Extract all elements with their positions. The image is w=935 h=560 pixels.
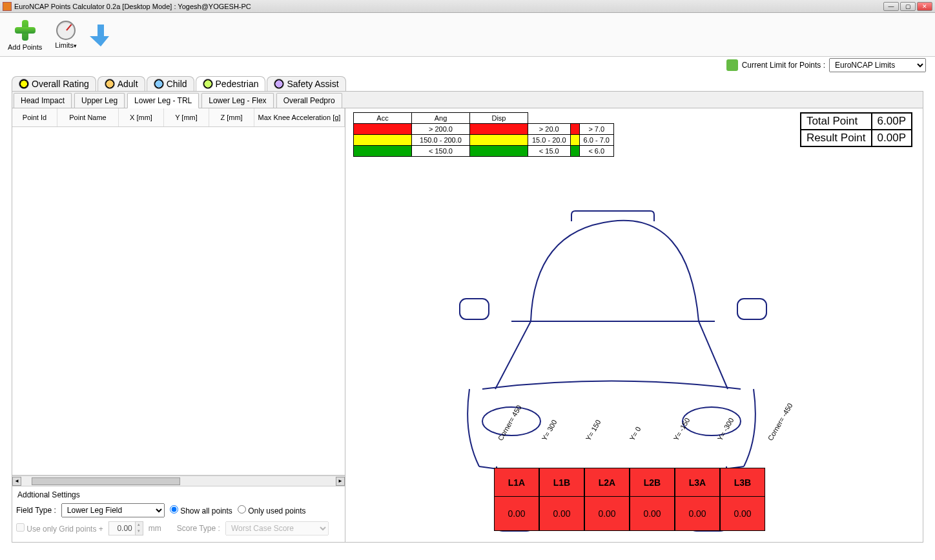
gauge-icon	[56, 21, 76, 40]
zone-label: L3B	[721, 468, 765, 497]
hscroll[interactable]: ◄ ►	[12, 475, 345, 486]
zone-label: L2B	[630, 468, 674, 497]
grid-body[interactable]	[12, 127, 345, 475]
subtab-lower-leg-trl[interactable]: Lower Leg - TRL	[127, 93, 199, 108]
settings-title: Addtional Settings	[17, 490, 341, 499]
col-z[interactable]: Z [mm]	[209, 108, 254, 126]
score-type-select[interactable]: Worst Case Score	[225, 521, 329, 535]
legend-swatch	[354, 124, 412, 135]
tab-pedestrian[interactable]: Pedestrian	[196, 76, 266, 91]
window-title: EuroNCAP Points Calculator 0.2a [Desktop…	[14, 3, 251, 10]
down-arrow-button[interactable]	[87, 21, 114, 49]
grid-points-check[interactable]: Use only Grid points +	[16, 523, 103, 534]
legend-value: > 7.0	[579, 124, 613, 135]
field-type-select[interactable]: Lower Leg Field	[61, 503, 165, 517]
show-all-radio[interactable]: Show all points	[170, 505, 232, 515]
legend-value: 150.0 - 200.0	[412, 135, 470, 146]
legend-swatch	[570, 124, 579, 135]
app-icon	[3, 2, 12, 11]
scroll-right-icon[interactable]: ►	[336, 477, 345, 486]
zone-value: 0.00	[721, 497, 765, 530]
grid-spinner[interactable]: ▴▾	[108, 521, 143, 535]
zone-label: L2A	[585, 468, 629, 497]
result-point-label: Result Point	[801, 130, 872, 146]
svg-rect-0	[460, 299, 489, 319]
total-point-label: Total Point	[801, 113, 872, 130]
tab-adult[interactable]: Adult	[98, 76, 145, 91]
zone-label: L3A	[675, 468, 719, 497]
limits-button[interactable]: Limits▾	[52, 19, 79, 50]
left-pane: Point Id Point Name X [mm] Y [mm] Z [mm]…	[12, 108, 345, 542]
link-icon	[726, 59, 738, 71]
points-box: Total Point6.00P Result Point0.00P	[800, 112, 912, 147]
tab-icon	[274, 79, 284, 89]
subtab-upper-leg[interactable]: Upper Leg	[74, 93, 125, 108]
result-point-value: 0.00P	[872, 130, 912, 146]
legend-table: AccAngDisp > 200.0> 20.0> 7.0150.0 - 200…	[353, 112, 614, 157]
legend-value: > 200.0	[412, 124, 470, 135]
bumper-zone-l3a[interactable]: L3A0.00	[675, 468, 720, 531]
additional-settings: Addtional Settings Field Type : Lower Le…	[12, 486, 345, 542]
col-x[interactable]: X [mm]	[119, 108, 164, 126]
bumper-zone-l1b[interactable]: L1B0.00	[539, 468, 584, 531]
legend-value: < 15.0	[528, 146, 571, 157]
main-toolbar: Add Points Limits▾	[0, 13, 935, 57]
legend-col-disp: Disp	[470, 113, 528, 124]
legend-swatch	[354, 135, 412, 146]
zone-value: 0.00	[540, 497, 584, 530]
limits-bar: Current Limit for Points : EuroNCAP Limi…	[0, 57, 935, 76]
tab-icon	[105, 79, 115, 89]
tab-overall-rating[interactable]: Overall Rating	[12, 76, 96, 91]
zone-label: L1B	[540, 468, 584, 497]
bumper-grid: L1A0.00L1B0.00L2A0.00L2B0.00L3A0.00L3B0.…	[494, 468, 765, 531]
legend-swatch	[470, 135, 528, 146]
maximize-button[interactable]: ▢	[900, 2, 916, 11]
legend-value: > 20.0	[528, 124, 571, 135]
legend-col-ang: Ang	[412, 113, 470, 124]
legend-swatch	[354, 146, 412, 157]
zone-value: 0.00	[495, 497, 539, 530]
col-y[interactable]: Y [mm]	[164, 108, 209, 126]
col-max-knee[interactable]: Max Knee Acceleration [g]	[254, 108, 345, 126]
limits-select[interactable]: EuroNCAP Limits	[829, 58, 926, 72]
arrow-down-icon	[90, 22, 112, 48]
bumper-zone-l3b[interactable]: L3B0.00	[720, 468, 765, 531]
zone-label: L1A	[495, 468, 539, 497]
subtab-overall-pedpro[interactable]: Overall Pedpro	[276, 93, 342, 108]
scroll-left-icon[interactable]: ◄	[12, 477, 21, 486]
col-point-id[interactable]: Point Id	[12, 108, 57, 126]
bumper-zone-l2a[interactable]: L2A0.00	[584, 468, 630, 531]
legend-swatch	[570, 146, 579, 157]
tab-child[interactable]: Child	[147, 76, 194, 91]
legend-col-acc: Acc	[354, 113, 412, 124]
tab-icon	[154, 79, 164, 89]
titlebar: EuroNCAP Points Calculator 0.2a [Desktop…	[0, 0, 935, 13]
svg-rect-1	[737, 299, 766, 319]
limits-bar-label: Current Limit for Points :	[742, 61, 825, 70]
legend-swatch	[470, 146, 528, 157]
content-frame: Head ImpactUpper LegLower Leg - TRLLower…	[12, 91, 923, 543]
minimize-button[interactable]: —	[883, 2, 899, 11]
legend-value: < 6.0	[579, 146, 613, 157]
close-button[interactable]: ✕	[917, 2, 932, 11]
zone-value: 0.00	[585, 497, 629, 530]
legend-value: 6.0 - 7.0	[579, 135, 613, 146]
col-point-name[interactable]: Point Name	[57, 108, 119, 126]
car-diagram: Corner= 450Y= 300Y= 150Y= 0Y= -150Y= -30…	[353, 208, 915, 542]
tab-icon	[19, 79, 29, 89]
grid-unit: mm	[149, 524, 161, 533]
field-type-label: Field Type :	[16, 506, 56, 515]
bumper-zone-l1a[interactable]: L1A0.00	[494, 468, 539, 531]
add-points-button[interactable]: Add Points	[5, 17, 45, 52]
add-points-label: Add Points	[8, 43, 42, 51]
legend-value: 15.0 - 20.0	[528, 135, 571, 146]
only-used-radio[interactable]: Only used points	[238, 505, 306, 515]
subtab-head-impact[interactable]: Head Impact	[14, 93, 72, 108]
legend-swatch	[470, 124, 528, 135]
total-point-value: 6.00P	[872, 113, 912, 130]
scroll-thumb[interactable]	[32, 477, 180, 485]
subtab-lower-leg-flex[interactable]: Lower Leg - Flex	[201, 93, 273, 108]
tab-safety-assist[interactable]: Safety Assist	[267, 76, 345, 91]
bumper-zone-l2b[interactable]: L2B0.00	[630, 468, 675, 531]
plus-icon	[14, 19, 37, 42]
